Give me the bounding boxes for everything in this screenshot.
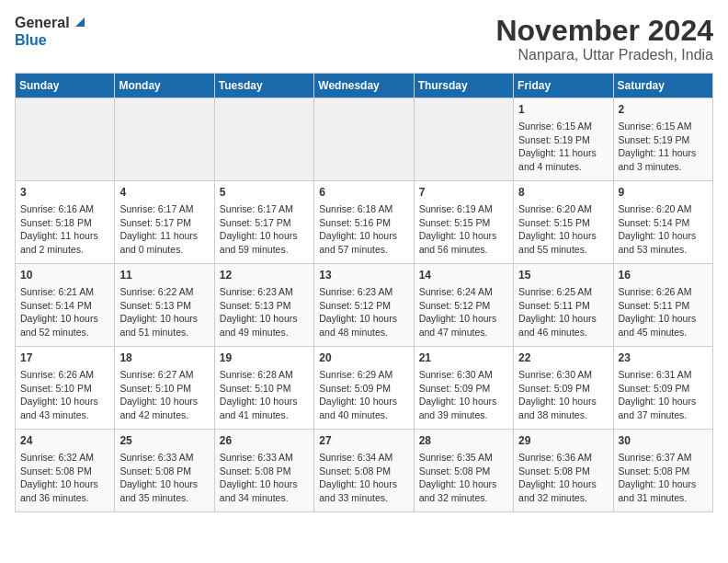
day-info: Daylight: 10 hours and 59 minutes. [220,229,309,256]
day-info: Sunrise: 6:37 AM [619,451,708,465]
day-info: Sunrise: 6:30 AM [518,368,608,382]
day-info: Sunset: 5:18 PM [20,216,109,230]
title-block: November 2024 Nanpara, Uttar Pradesh, In… [495,15,713,63]
day-info: Sunrise: 6:33 AM [220,451,309,465]
calendar-cell: 28Sunrise: 6:35 AMSunset: 5:08 PMDayligh… [414,430,513,512]
day-info: Sunrise: 6:26 AM [619,285,708,299]
calendar-cell: 21Sunrise: 6:30 AMSunset: 5:09 PMDayligh… [414,347,513,430]
header-row: SundayMondayTuesdayWednesdayThursdayFrid… [16,74,713,98]
day-info: Sunset: 5:15 PM [419,216,508,230]
day-number: 15 [518,268,608,283]
day-info: Sunset: 5:19 PM [518,133,608,147]
day-info: Daylight: 10 hours and 51 minutes. [119,312,209,339]
header-friday: Friday [514,74,613,98]
day-number: 7 [419,185,508,201]
logo-icon [72,14,88,30]
logo-blue-text: Blue [15,32,47,48]
day-info: Daylight: 10 hours and 43 minutes. [20,395,109,421]
day-info: Sunset: 5:09 PM [419,382,508,396]
day-info: Sunset: 5:10 PM [119,382,209,396]
day-info: Sunrise: 6:15 AM [619,120,708,133]
page-subtitle: Nanpara, Uttar Pradesh, India [495,47,713,63]
day-info: Daylight: 11 hours and 4 minutes. [518,146,608,173]
day-info: Daylight: 10 hours and 47 minutes. [419,312,508,339]
page-header: General Blue November 2024 Nanpara, Utta… [15,15,713,63]
day-number: 22 [518,350,608,366]
day-info: Sunrise: 6:16 AM [20,202,109,216]
calendar-cell: 7Sunrise: 6:19 AMSunset: 5:15 PMDaylight… [414,181,513,264]
day-info: Sunrise: 6:20 AM [619,202,708,216]
calendar-cell: 27Sunrise: 6:34 AMSunset: 5:08 PMDayligh… [314,430,414,512]
day-number: 25 [119,433,209,449]
calendar-cell: 16Sunrise: 6:26 AMSunset: 5:11 PMDayligh… [613,264,712,347]
day-info: Sunset: 5:10 PM [220,382,309,396]
calendar-table: SundayMondayTuesdayWednesdayThursdayFrid… [15,73,713,512]
day-number: 3 [20,185,109,201]
day-number: 8 [518,185,608,201]
day-info: Daylight: 10 hours and 42 minutes. [119,395,209,421]
svg-marker-0 [75,17,85,27]
calendar-cell: 14Sunrise: 6:24 AMSunset: 5:12 PMDayligh… [414,264,513,347]
calendar-cell: 22Sunrise: 6:30 AMSunset: 5:09 PMDayligh… [514,347,613,430]
day-number: 13 [319,268,408,283]
day-info: Sunrise: 6:21 AM [20,285,109,299]
day-info: Sunrise: 6:32 AM [20,451,109,465]
calendar-cell: 5Sunrise: 6:17 AMSunset: 5:17 PMDaylight… [214,181,313,264]
day-number: 30 [619,433,708,449]
day-number: 18 [119,350,209,366]
calendar-cell: 13Sunrise: 6:23 AMSunset: 5:12 PMDayligh… [314,264,414,347]
day-number: 17 [20,350,109,366]
day-info: Daylight: 10 hours and 46 minutes. [518,312,608,339]
day-info: Sunrise: 6:33 AM [119,451,209,465]
day-info: Daylight: 10 hours and 45 minutes. [619,312,708,339]
day-number: 27 [319,433,408,449]
header-monday: Monday [115,74,214,98]
day-number: 10 [20,268,109,283]
day-info: Daylight: 10 hours and 31 minutes. [619,477,708,504]
day-info: Sunrise: 6:26 AM [20,368,109,382]
calendar-week-3: 17Sunrise: 6:26 AMSunset: 5:10 PMDayligh… [16,347,713,430]
day-number: 29 [518,433,608,449]
day-info: Daylight: 11 hours and 2 minutes. [20,229,109,256]
calendar-cell: 17Sunrise: 6:26 AMSunset: 5:10 PMDayligh… [16,347,115,430]
calendar-cell: 18Sunrise: 6:27 AMSunset: 5:10 PMDayligh… [115,347,214,430]
logo-general-text: General [15,15,70,31]
day-number: 6 [319,185,408,201]
day-info: Daylight: 10 hours and 52 minutes. [20,312,109,339]
day-info: Sunset: 5:12 PM [419,299,508,313]
day-info: Daylight: 10 hours and 48 minutes. [319,312,408,339]
day-info: Sunset: 5:13 PM [220,299,309,313]
calendar-cell: 3Sunrise: 6:16 AMSunset: 5:18 PMDaylight… [16,181,115,264]
page-title: November 2024 [495,15,713,47]
day-info: Daylight: 10 hours and 38 minutes. [518,395,608,421]
day-info: Sunset: 5:14 PM [20,299,109,313]
calendar-cell [115,98,214,181]
day-info: Daylight: 10 hours and 56 minutes. [419,229,508,256]
day-number: 24 [20,433,109,449]
calendar-cell: 4Sunrise: 6:17 AMSunset: 5:17 PMDaylight… [115,181,214,264]
day-info: Daylight: 10 hours and 55 minutes. [518,229,608,256]
day-info: Sunset: 5:17 PM [119,216,209,230]
day-info: Sunset: 5:08 PM [20,465,109,478]
day-info: Daylight: 10 hours and 36 minutes. [20,477,109,504]
day-info: Sunset: 5:08 PM [319,465,408,478]
calendar-cell [414,98,513,181]
calendar-cell: 6Sunrise: 6:18 AMSunset: 5:16 PMDaylight… [314,181,414,264]
day-info: Sunrise: 6:19 AM [419,202,508,216]
day-info: Sunrise: 6:23 AM [220,285,309,299]
day-number: 12 [220,268,309,283]
calendar-cell: 30Sunrise: 6:37 AMSunset: 5:08 PMDayligh… [613,430,712,512]
calendar-cell: 1Sunrise: 6:15 AMSunset: 5:19 PMDaylight… [514,98,613,181]
calendar-week-1: 3Sunrise: 6:16 AMSunset: 5:18 PMDaylight… [16,181,713,264]
day-number: 11 [119,268,209,283]
day-info: Daylight: 10 hours and 40 minutes. [319,395,408,421]
calendar-header: SundayMondayTuesdayWednesdayThursdayFrid… [16,74,713,98]
day-info: Sunset: 5:09 PM [518,382,608,396]
logo: General Blue [15,15,88,49]
day-info: Daylight: 10 hours and 32 minutes. [518,477,608,504]
day-number: 2 [619,102,708,118]
day-info: Sunset: 5:15 PM [518,216,608,230]
day-info: Sunrise: 6:17 AM [220,202,309,216]
header-sunday: Sunday [16,74,115,98]
calendar-week-0: 1Sunrise: 6:15 AMSunset: 5:19 PMDaylight… [16,98,713,181]
